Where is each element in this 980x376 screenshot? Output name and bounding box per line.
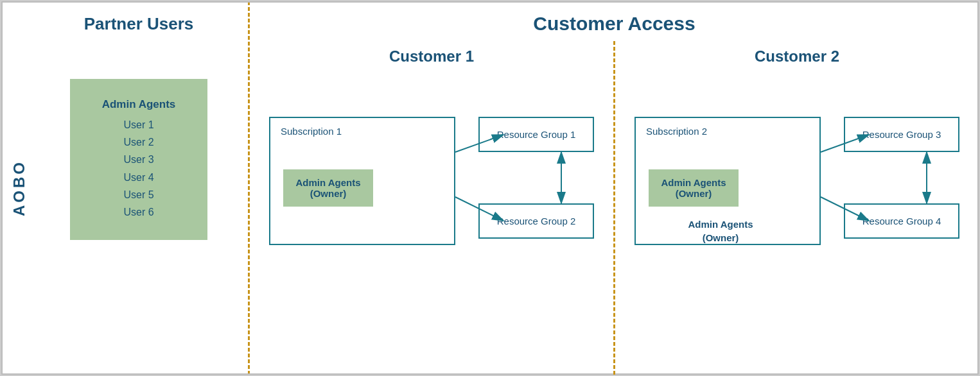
diagram-container: AOBO Partner Users Admin Agents User 1 U… — [0, 0, 980, 376]
user-1: User 1 — [102, 116, 176, 133]
customer1-diagram: Subscription 1 Admin Agents (Owner) Reso… — [250, 78, 613, 375]
user-6: User 6 — [102, 203, 176, 221]
resource-group-3-label: Resource Group 3 — [862, 129, 941, 140]
user-4: User 4 — [102, 169, 176, 186]
customer2-admin-owner-box: Admin Agents (Owner) — [649, 169, 739, 207]
resource-group-4-label: Resource Group 4 — [862, 216, 941, 226]
subscription-admin-agents-label: Admin Agents (Owner) — [646, 218, 795, 244]
customer-access-section: Customer Access Customer 1 Subscription … — [250, 1, 979, 375]
customer1-admin-owner-box: Admin Agents (Owner) — [283, 169, 373, 207]
resource-group-2-box: Resource Group 2 — [478, 203, 594, 239]
resource-group-2-label: Resource Group 2 — [497, 216, 576, 226]
resource-group-1-label: Resource Group 1 — [497, 129, 576, 140]
subscription2-label: Subscription 2 — [646, 126, 707, 137]
partner-section: Partner Users Admin Agents User 1 User 2… — [30, 1, 248, 375]
partner-title: Partner Users — [84, 14, 194, 34]
user-5: User 5 — [102, 186, 176, 203]
user-list: User 1 User 2 User 3 User 4 User 5 User … — [102, 116, 176, 221]
customer2-admin-line2: (Owner) — [655, 188, 732, 199]
customer2-col: Customer 2 Subscription 2 Admin Agents (… — [615, 41, 979, 375]
subscription1-box: Subscription 1 Admin Agents (Owner) — [269, 117, 455, 245]
resource-group-4-box: Resource Group 4 — [844, 203, 959, 239]
resource-group-3-box: Resource Group 3 — [844, 117, 959, 152]
customer-access-title: Customer Access — [250, 1, 979, 41]
resource-group-1-box: Resource Group 1 — [478, 117, 594, 152]
customer2-admin-line1: Admin Agents — [655, 177, 732, 188]
customer1-admin-line2: (Owner) — [290, 188, 367, 199]
aobo-label: AOBO — [10, 160, 28, 216]
user-2: User 2 — [102, 133, 176, 151]
customers-row: Customer 1 Subscription 1 Admin Agents (… — [250, 41, 979, 375]
customer1-admin-line1: Admin Agents — [290, 177, 367, 188]
admin-agents-box: Admin Agents User 1 User 2 User 3 User 4… — [70, 79, 208, 240]
subscription1-label: Subscription 1 — [281, 126, 342, 137]
admin-agents-title: Admin Agents — [102, 98, 176, 111]
user-3: User 3 — [102, 151, 176, 168]
customer1-col: Customer 1 Subscription 1 Admin Agents (… — [250, 41, 613, 375]
customer1-title: Customer 1 — [389, 47, 474, 65]
customer2-title: Customer 2 — [755, 47, 839, 65]
